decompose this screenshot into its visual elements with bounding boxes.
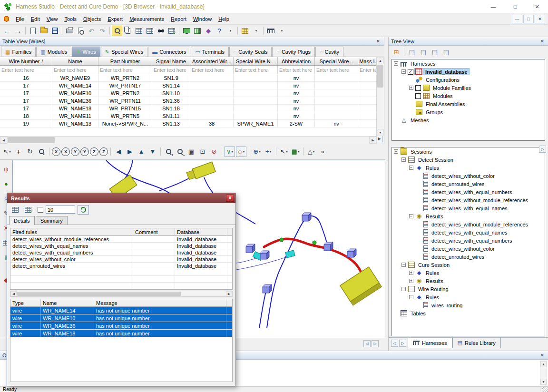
nav-forward-icon[interactable]: → — [13, 26, 23, 36]
nav-back-icon[interactable]: ← — [2, 26, 12, 36]
collapse-icon[interactable]: − — [409, 166, 413, 170]
expand-level-2-icon[interactable]: ▤ — [418, 47, 429, 57]
tree-item-harnesses[interactable]: −Harnesses — [392, 59, 545, 68]
branch-tool-icon[interactable]: ψ — [1, 164, 11, 174]
open-file-icon[interactable] — [39, 26, 49, 36]
zoom-in-icon[interactable]: + — [163, 147, 174, 157]
expand-level-4-icon[interactable]: ▤ — [441, 47, 451, 57]
zoom-out-icon[interactable]: − — [175, 147, 185, 157]
column-header-abbreviation[interactable]: Abbreviation — [278, 57, 315, 65]
tree-item-detect-wires-without-color[interactable]: detect_wires_without_color — [392, 245, 545, 253]
harness-menu-arrow[interactable]: ▾ — [276, 26, 287, 36]
filter-input-8[interactable] — [358, 66, 377, 74]
filter-input-6[interactable] — [278, 66, 314, 74]
checkbox[interactable] — [415, 93, 421, 99]
tree-item-wires-routing[interactable]: wires_routing — [392, 301, 545, 309]
open-3d-browser-icon[interactable] — [181, 26, 192, 36]
menu-item-view[interactable]: View — [43, 15, 61, 23]
select-tool-icon[interactable]: ↖▾ — [2, 147, 12, 157]
export-table-icon[interactable] — [10, 205, 20, 215]
tree-item-meshes[interactable]: Meshes — [392, 116, 545, 124]
collapse-icon[interactable]: − — [409, 214, 413, 218]
tabs-scroll-right-icon[interactable]: ▷ — [399, 340, 406, 347]
collapse-icon[interactable]: − — [394, 61, 398, 66]
expand-level-3-icon[interactable]: ▤ — [430, 47, 440, 57]
rotate-x-ccw-icon[interactable]: X — [52, 147, 60, 156]
scroll-right-icon[interactable]: ▶ — [226, 291, 232, 296]
tree-item-detect-unrouted-wires[interactable]: detect_unrouted_wires — [392, 180, 545, 188]
scroll-up-icon[interactable]: ▲ — [377, 57, 384, 64]
rotate-z-ccw-icon[interactable]: Z — [90, 147, 98, 156]
tab-cavity[interactable]: ≡Cavity — [315, 47, 343, 57]
checkbox[interactable]: ✓ — [408, 69, 413, 75]
pan-left-icon[interactable]: ◀ — [113, 147, 124, 157]
column-header-spacer[interactable] — [227, 228, 233, 235]
tree-item-final-assemblies[interactable]: Final Assemblies — [392, 100, 545, 108]
result-row[interactable]: detect_wires_with_equal_numbersInvalid_d… — [10, 249, 232, 256]
collapse-icon[interactable]: − — [394, 149, 398, 154]
tree-item-wire-routing[interactable]: −Wire Routing — [392, 285, 545, 293]
tab-families[interactable]: ▦Families — [1, 47, 36, 57]
filter-input-3[interactable] — [152, 66, 190, 74]
tab-connectors[interactable]: ▬Connectors — [148, 47, 190, 57]
mdi-close-button[interactable]: ✕ — [535, 15, 545, 23]
collapse-icon[interactable]: − — [401, 287, 406, 291]
scroll-down-icon[interactable]: ▼ — [540, 379, 547, 385]
tree-item-invalid-database[interactable]: −✓Invalid_database — [392, 68, 545, 76]
results-dialog-titlebar[interactable]: Results x — [7, 193, 235, 203]
tree-item-rules[interactable]: −Rules — [392, 293, 545, 301]
wires-table-row[interactable]: 17WR_NAME18WR_PRTN15SN1.18nv — [0, 105, 377, 112]
table-check-icon[interactable] — [166, 26, 177, 36]
collapse-icon[interactable]: − — [401, 157, 406, 162]
close-icon[interactable]: x — [226, 195, 234, 202]
tree-item-detect-wires-without-module-references[interactable]: detect_wires_without_module_references — [392, 220, 545, 228]
column-header-fired-rules[interactable]: Fired rules — [10, 228, 133, 235]
tree-options-icon[interactable]: ⊞ — [391, 47, 401, 57]
rotate-x-cw-icon[interactable]: X — [61, 147, 70, 156]
table-edit-icon[interactable] — [145, 26, 155, 36]
scroll-left-icon[interactable]: ◀ — [10, 291, 17, 296]
filter-input-7[interactable] — [315, 66, 358, 74]
result-row[interactable]: detect_wires_with_equal_namesInvalid_dat… — [10, 243, 232, 249]
tree-item-rules[interactable]: +Rules — [392, 269, 545, 277]
menu-item-report[interactable]: Report — [167, 15, 190, 23]
print-icon[interactable] — [64, 26, 75, 36]
zoom-database-icon[interactable] — [112, 26, 122, 36]
filter-input-0[interactable] — [0, 66, 52, 74]
bottom-tab-harnesses[interactable]: Harnesses — [408, 338, 452, 348]
close-icon[interactable]: ✕ — [374, 39, 382, 44]
column-header-special-wire[interactable]: Special Wire... — [315, 57, 358, 65]
harness-tools-icon[interactable] — [265, 26, 276, 36]
redo-icon[interactable]: ↷ — [97, 26, 108, 36]
help-icon[interactable]: ? — [214, 26, 225, 36]
refresh-button[interactable] — [78, 205, 89, 215]
open-spreadsheet-icon[interactable] — [192, 26, 203, 36]
tree-item-sessions[interactable]: −Sessions — [392, 147, 545, 156]
wires-horizontal-scrollbar[interactable]: ◀ ▶ — [0, 136, 377, 144]
scroll-left-icon[interactable]: ◀ — [0, 137, 8, 144]
measure-menu-icon[interactable]: ∨▾ — [225, 147, 235, 157]
scroll-thumb[interactable] — [17, 292, 181, 296]
result-row[interactable]: detect_wires_without_module_referencesIn… — [10, 236, 232, 243]
tree-item-detect-wires-with-equal-names[interactable]: detect_wires_with_equal_names — [392, 228, 545, 236]
tables-menu-arrow[interactable]: ▾ — [251, 26, 261, 36]
tree-item-tables[interactable]: Tables — [392, 309, 545, 317]
menu-item-expert[interactable]: Expert — [104, 15, 126, 23]
scroll-up-icon[interactable]: ▲ — [540, 361, 547, 367]
tree-item-detect-wires-with-equal-numbers[interactable]: detect_wires_with_equal_numbers — [392, 236, 545, 245]
hide-object-icon[interactable]: ⊘ — [209, 147, 219, 157]
results-horizontal-scrollbar[interactable]: ◀ ▶ — [10, 291, 233, 297]
collapse-icon[interactable]: − — [401, 263, 406, 267]
move-object-menu-icon[interactable]: ⊕▾ — [252, 147, 262, 157]
fit-view-icon[interactable]: ⊡ — [197, 147, 208, 157]
column-header-mass-i[interactable]: Mass I... — [358, 57, 377, 65]
collapse-icon[interactable]: − — [401, 69, 406, 74]
wires-table-row[interactable]: 19WR_NAME13None(->SPWR_N...SN1.1338SPWR_… — [0, 120, 377, 127]
rotate-y-ccw-icon[interactable]: Y — [71, 147, 79, 156]
maximize-button[interactable]: □ — [504, 0, 526, 13]
result-row[interactable]: wireWR_NAME14has not unique number — [10, 307, 232, 314]
tree-item-module-families[interactable]: +Module Families — [392, 84, 545, 92]
column-header-database[interactable]: Database — [175, 228, 227, 235]
copy-icon[interactable] — [123, 26, 133, 36]
tree-item-detect-session[interactable]: −Detect Session — [392, 156, 545, 164]
